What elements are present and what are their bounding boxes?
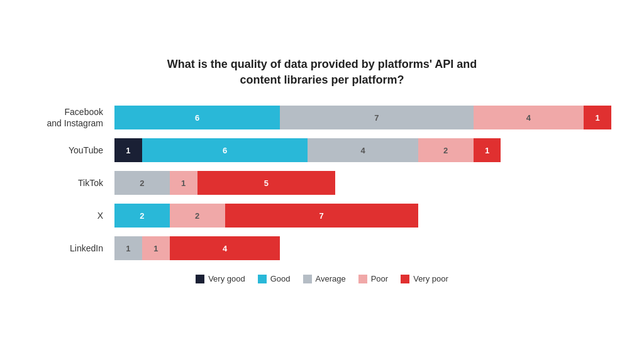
bar-segment-very_poor: 5 [197, 171, 335, 195]
bar-segment-average: 1 [114, 236, 142, 260]
bar-segment-good: 2 [114, 204, 170, 228]
legend-label-good: Good [270, 274, 291, 283]
bar-segment-poor: 1 [170, 171, 197, 195]
legend-item-very_poor: Very poor [401, 274, 448, 283]
bar-segment-average: 2 [114, 171, 170, 195]
bar-row: Facebook and Instagram6741 [33, 106, 611, 129]
chart-title: What is the quality of data provided by … [33, 57, 611, 88]
bar-row: YouTube16421 [33, 138, 611, 162]
bar-track: 16421 [114, 138, 611, 162]
chart-container: What is the quality of data provided by … [20, 44, 624, 296]
bar-segment-very_poor: 4 [170, 236, 280, 260]
platform-label: YouTube [33, 145, 114, 156]
bar-segment-poor: 4 [474, 106, 584, 129]
bar-segment-average: 7 [280, 106, 473, 129]
legend-swatch-poor [358, 275, 367, 283]
legend: Very goodGoodAveragePoorVery poor [33, 274, 611, 283]
chart-area: Facebook and Instagram6741YouTube16421Ti… [33, 106, 611, 260]
legend-swatch-very_good [196, 275, 204, 283]
legend-swatch-average [303, 275, 312, 283]
legend-item-average: Average [303, 274, 346, 283]
bar-segment-very_good: 1 [114, 138, 142, 162]
bar-row: X227 [33, 204, 611, 228]
legend-swatch-very_poor [401, 275, 409, 283]
bar-segment-good: 6 [142, 138, 308, 162]
platform-label: LinkedIn [33, 243, 114, 254]
legend-item-very_good: Very good [196, 274, 245, 283]
title-line1: What is the quality of data provided by … [167, 58, 477, 70]
platform-label: Facebook and Instagram [33, 106, 114, 129]
bar-segment-poor: 2 [418, 138, 474, 162]
legend-label-poor: Poor [371, 274, 388, 283]
legend-item-good: Good [258, 274, 291, 283]
bar-segment-poor: 1 [142, 236, 170, 260]
bar-segment-good: 6 [114, 106, 280, 129]
bar-row: LinkedIn114 [33, 236, 611, 260]
legend-label-very_good: Very good [208, 274, 245, 283]
legend-item-poor: Poor [358, 274, 388, 283]
legend-label-average: Average [316, 274, 346, 283]
bar-track: 227 [114, 204, 611, 228]
bar-segment-average: 4 [308, 138, 418, 162]
title-line2: content libraries per platform? [240, 74, 404, 86]
bar-segment-poor: 2 [170, 204, 225, 228]
bar-track: 114 [114, 236, 611, 260]
platform-label: TikTok [33, 177, 114, 189]
bar-segment-very_poor: 7 [225, 204, 418, 228]
bar-segment-very_poor: 1 [474, 138, 501, 162]
legend-swatch-good [258, 275, 267, 283]
bar-segment-very_poor: 1 [584, 106, 611, 129]
platform-label: X [33, 210, 114, 221]
legend-label-very_poor: Very poor [413, 274, 448, 283]
bar-track: 215 [114, 171, 611, 195]
bar-row: TikTok215 [33, 171, 611, 195]
bar-track: 6741 [114, 106, 611, 129]
